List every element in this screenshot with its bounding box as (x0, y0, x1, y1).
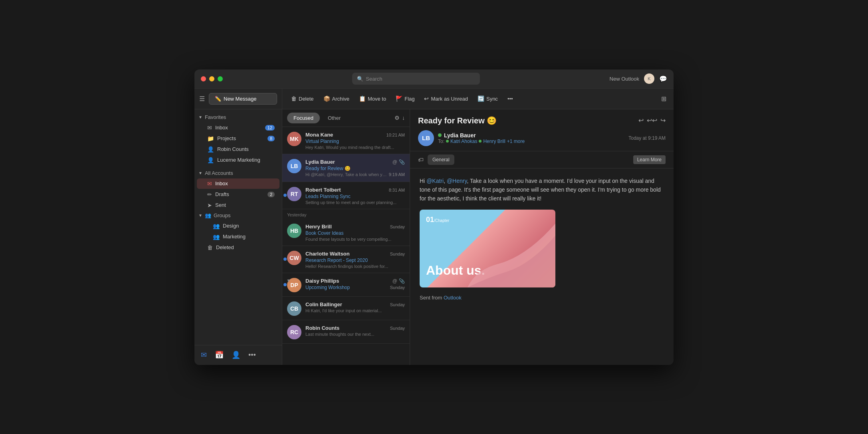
title-bar-center: 🔍 Search (223, 73, 610, 85)
email-item-1[interactable]: MK Mona Kane 10:21 AM Virtual Planning H… (282, 127, 410, 154)
new-message-button[interactable]: ✏️ New Message (209, 93, 277, 105)
email-header-6: Daisy Phillips @ 📎 (305, 278, 405, 284)
sidebar-item-deleted[interactable]: 🗑 Deleted (197, 242, 279, 253)
time-7: Sunday (390, 302, 405, 307)
sender-5: Charlotte Waltson (305, 251, 350, 257)
email-item-6[interactable]: ▼ DP Daisy Phillips @ 📎 (282, 273, 410, 297)
email-subj-row-6: Upcoming Workshop Sunday (305, 285, 405, 291)
learn-more-button[interactable]: Learn More (633, 155, 666, 164)
sidebar-footer: ✉ 📅 👤 ••• (194, 345, 282, 365)
archive-button[interactable]: 📦 Archive (319, 93, 353, 104)
more-footer-icon[interactable]: ••• (248, 351, 256, 359)
fav-projects-label: Projects (217, 135, 236, 141)
move-to-button[interactable]: 📋 Move to (355, 93, 390, 104)
close-button[interactable] (201, 76, 206, 81)
sidebar-item-sent[interactable]: ➤ Sent (197, 200, 279, 210)
contacts-footer-icon[interactable]: 👤 (232, 351, 240, 359)
mark-unread-button[interactable]: ↩ Mark as Unread (420, 93, 472, 104)
sender-3: Robert Tolbert (305, 187, 341, 193)
sidebar-item-robin-counts[interactable]: 👤 Robin Counts (197, 144, 279, 155)
all-accounts-section[interactable]: ▼ All Accounts (194, 168, 282, 178)
subject-5: Research Report - Sept 2020 (305, 258, 405, 263)
groups-icon: 👥 (205, 212, 211, 218)
inbox-icon: ✉ (207, 125, 212, 131)
mention-henry: @Henry (447, 178, 467, 184)
more-icon: ••• (507, 96, 513, 102)
search-bar[interactable]: 🔍 Search (352, 73, 480, 85)
email-item-8[interactable]: RC Robin Counts Sunday Last minute thoug… (282, 320, 410, 344)
maximize-button[interactable] (218, 76, 223, 81)
hamburger-icon[interactable]: ☰ (199, 95, 205, 103)
email-header-5: Charlotte Waltson Sunday (305, 251, 405, 257)
calendar-footer-icon[interactable]: 📅 (215, 351, 224, 359)
online-status-dot (438, 133, 442, 137)
minimize-button[interactable] (209, 76, 214, 81)
mark-unread-label: Mark as Unread (431, 96, 468, 102)
email-header-3: Robert Tolbert 8:31 AM (305, 187, 405, 193)
all-accounts-label: All Accounts (205, 170, 233, 176)
email-body-6: Daisy Phillips @ 📎 Upcoming Workshop Sun… (305, 278, 405, 292)
time-6: Sunday (390, 285, 405, 290)
reading-timestamp: Today at 9:19 AM (628, 135, 666, 141)
fav-inbox-label: Inbox (215, 125, 228, 131)
title-bar-right: New Outlook K 💬 (610, 73, 667, 84)
chevron-down-icon: ▼ (198, 115, 202, 119)
preview-3: Setting up time to meet and go over plan… (305, 200, 405, 205)
flag-button[interactable]: 🚩 Flag (392, 93, 418, 104)
email-item-4[interactable]: HB Henry Brill Sunday Book Cover Ideas F… (282, 219, 410, 246)
drafts-icon: ✏ (207, 191, 212, 198)
sidebar-item-inbox[interactable]: ✉ Inbox (197, 178, 279, 189)
new-message-label: New Message (224, 96, 256, 102)
preview-8: Last minute thoughts our the next... (305, 332, 405, 337)
tab-other[interactable]: Other (321, 113, 347, 123)
reply-all-icon[interactable]: ↩↩ (647, 117, 657, 124)
sidebar-item-lucerne[interactable]: 👤 Lucerne Marketing (197, 155, 279, 165)
outlook-link[interactable]: Outlook (444, 295, 462, 301)
more-recipients[interactable]: +1 more (507, 139, 525, 144)
sidebar-item-fav-inbox[interactable]: ✉ Inbox 12 (197, 123, 279, 133)
expand-icon[interactable]: ⊞ (659, 93, 669, 105)
favorites-section[interactable]: ▼ Favorites (194, 113, 282, 122)
sidebar-item-drafts[interactable]: ✏ Drafts 2 (197, 189, 279, 200)
to-henry: Henry Brill (483, 139, 505, 144)
delete-button[interactable]: 🗑 Delete (287, 93, 318, 104)
sender-name-text: Lydia Bauer (444, 132, 476, 139)
folder-icon: 📁 (207, 135, 214, 142)
email-item-3[interactable]: RT Robert Tolbert 8:31 AM Leads Planning… (282, 182, 410, 209)
email-body-7: Colin Ballinger Sunday Hi Katri, I'd lik… (305, 301, 405, 316)
general-badge-row: 🏷 General Learn More (410, 151, 674, 168)
date-separator-yesterday: Yesterday (282, 209, 410, 219)
user-avatar[interactable]: K (644, 73, 654, 84)
design-group-icon: 👥 (213, 223, 220, 229)
forward-icon[interactable]: ↪ (660, 117, 666, 124)
email-body-2: Lydia Bauer @ 📎 Ready for Review 😊 Hi @K… (305, 159, 405, 178)
tab-focused[interactable]: Focused (287, 113, 320, 123)
image-chapter-num: 01/Chapter (426, 216, 549, 223)
sort-icon[interactable]: ↓ (402, 115, 405, 121)
wave-svg (468, 224, 555, 287)
time-4: Sunday (390, 224, 405, 229)
reading-title: Ready for Review 😊 (418, 116, 497, 125)
avatar-henry-brill: HB (287, 224, 301, 238)
email-item-5[interactable]: CW Charlotte Waltson Sunday Research Rep… (282, 246, 410, 273)
email-list-panel: Focused Other ⚙ ↓ MK M (282, 109, 410, 365)
move-to-label: Move to (368, 96, 386, 102)
filter-icon[interactable]: ⚙ (394, 115, 400, 121)
sender-avatar: LB (418, 130, 434, 146)
email-item-7[interactable]: CB Colin Ballinger Sunday Hi Katri, I'd … (282, 297, 410, 320)
groups-section[interactable]: ▼ 👥 Groups (194, 211, 282, 220)
sidebar-item-design[interactable]: 👥 Design (197, 221, 279, 231)
avatar-charlotte: CW (287, 251, 301, 265)
more-toolbar-button[interactable]: ••• (503, 93, 517, 104)
sidebar-item-marketing[interactable]: 👥 Marketing (197, 232, 279, 242)
inbox-active-icon: ✉ (207, 180, 212, 187)
avatar-colin: CB (287, 301, 301, 316)
sync-button[interactable]: 🔄 Sync (474, 93, 502, 104)
mail-footer-icon[interactable]: ✉ (201, 351, 207, 359)
sent-from-line: Sent from Outlook (420, 294, 664, 302)
chat-icon[interactable]: 💬 (659, 75, 667, 83)
sidebar-item-fav-projects[interactable]: 📁 Projects 8 (197, 133, 279, 144)
email-item-2[interactable]: LB Lydia Bauer @ 📎 Ready for Review 😊 (282, 154, 410, 182)
new-outlook-label: New Outlook (610, 76, 639, 82)
reply-icon[interactable]: ↩ (638, 117, 644, 124)
